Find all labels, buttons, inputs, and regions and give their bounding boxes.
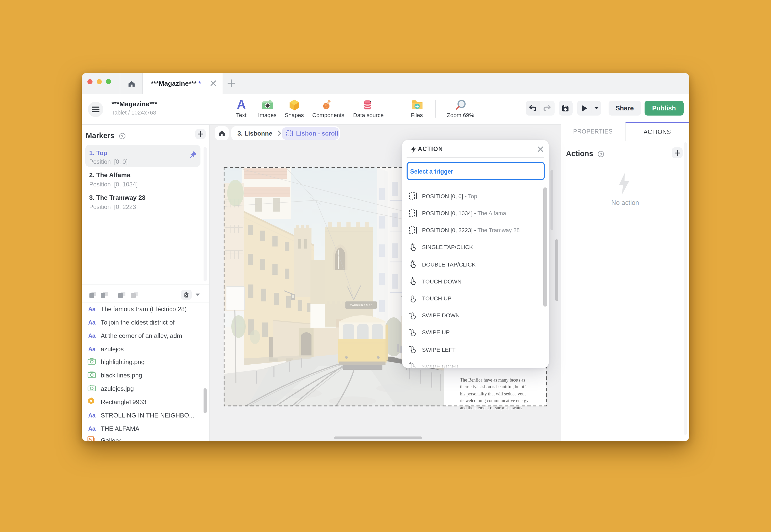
svg-text:A: A [237, 99, 246, 111]
